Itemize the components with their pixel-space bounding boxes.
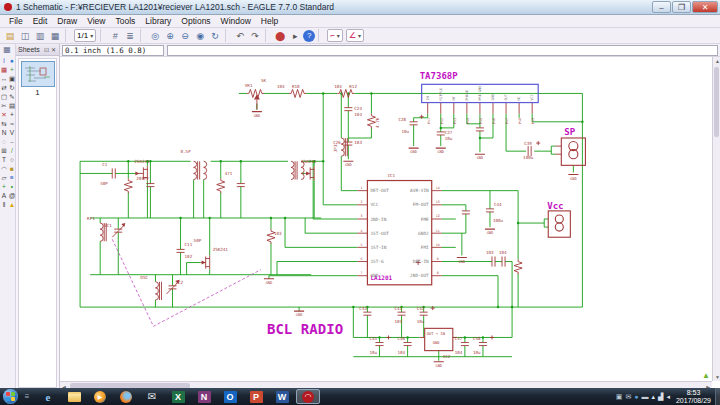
tray-app-icon-1[interactable]: ▣ <box>616 389 623 404</box>
sheet-selector[interactable]: 1/1▾ <box>74 29 96 42</box>
eagle-icon: ◠ <box>302 391 314 403</box>
vertical-scrollbar[interactable]: ▲ ▼ <box>712 57 720 381</box>
miter-combo[interactable]: ∠▾ <box>346 29 364 42</box>
connector-vcc[interactable] <box>548 211 570 237</box>
taskbar-firefox[interactable] <box>114 389 138 404</box>
menu-library[interactable]: Library <box>140 16 176 26</box>
grid-icon[interactable]: # <box>108 29 122 42</box>
tool-change-icon[interactable]: ✎ <box>8 92 16 101</box>
tool-add-icon[interactable]: + <box>8 110 16 119</box>
redo-icon[interactable]: ↷ <box>248 29 262 42</box>
minimize-button[interactable]: – <box>652 1 671 13</box>
tray-app-icon-3[interactable]: ● <box>634 389 638 404</box>
tool-replace-icon[interactable]: ≈ <box>8 119 16 128</box>
taskbar-eagle[interactable]: ◠ <box>296 389 320 404</box>
sheet-thumbnail[interactable] <box>21 61 55 87</box>
tool-copy-icon[interactable]: ▣ <box>8 74 16 83</box>
layer-icon[interactable]: ≣ <box>123 29 137 42</box>
zoom-out-icon[interactable]: ⊖ <box>178 29 192 42</box>
taskbar-clock[interactable]: 8:53 2017/08/29 <box>672 389 715 405</box>
menu-window[interactable]: Window <box>216 16 256 26</box>
tool-net-icon[interactable]: + <box>0 182 8 191</box>
tool-wire-icon[interactable]: / <box>8 146 16 155</box>
tool-group-icon[interactable]: ▢ <box>0 92 8 101</box>
taskbar-menu-icon[interactable]: ≡ <box>22 391 32 403</box>
menu-file[interactable]: File <box>4 16 28 26</box>
tool-move-icon[interactable]: ↔ <box>0 74 8 83</box>
volume-icon[interactable]: ◂ <box>666 389 670 404</box>
taskbar-internet-explorer[interactable]: e <box>36 389 60 404</box>
tool-rotate-icon[interactable]: ↻ <box>8 83 16 92</box>
open-icon[interactable]: ▤ <box>3 29 17 42</box>
taskbar-mail[interactable]: ✉ <box>140 389 164 404</box>
print-icon[interactable]: ▥ <box>33 29 47 42</box>
hidden-icons-arrow[interactable]: ▴ <box>652 389 656 404</box>
zoom-select-icon[interactable]: ◉ <box>193 29 207 42</box>
save-icon[interactable]: ◫ <box>18 29 32 42</box>
show-desktop-button[interactable] <box>715 388 720 405</box>
tool-attribute-icon[interactable]: @ <box>8 191 16 200</box>
tool-rect-icon[interactable]: ■ <box>8 164 16 173</box>
close-button[interactable]: ✕ <box>692 1 718 13</box>
tool-label-icon[interactable]: A <box>0 191 8 200</box>
schematic-canvas[interactable]: TA7368PSPVccBCL RADIOLA1201IC1VR15K104R1… <box>60 57 720 390</box>
taskbar-explorer[interactable] <box>62 389 86 404</box>
tool-mirror-icon[interactable]: ⇄ <box>0 83 8 92</box>
run-icon[interactable]: ▸ <box>288 29 302 42</box>
tool-invoke-icon[interactable]: ⊞ <box>0 146 8 155</box>
command-input[interactable] <box>167 45 718 56</box>
wire-bend-combo[interactable]: ⌐▾ <box>327 29 343 42</box>
zoom-fit-icon[interactable]: ◎ <box>148 29 162 42</box>
network-icon[interactable]: ▟ <box>658 389 663 404</box>
tool-paste-icon[interactable]: ▤ <box>8 101 16 110</box>
tool-value-icon[interactable]: V <box>8 128 16 137</box>
tool-delete-icon[interactable]: ✕ <box>0 110 8 119</box>
grid-toggle-icon[interactable]: ▦ <box>0 45 14 56</box>
tray-app-icon-2[interactable]: ✉ <box>625 389 631 404</box>
tool-smash-icon[interactable]: ◌ <box>0 137 8 146</box>
connector-sp[interactable] <box>561 138 585 165</box>
menu-help[interactable]: Help <box>256 16 283 26</box>
zoom-in-icon[interactable]: ⊕ <box>163 29 177 42</box>
tool-dimension-icon[interactable]: ‖ <box>0 200 8 209</box>
close-panel-icon[interactable]: ✕ <box>50 46 57 53</box>
tool-circle-icon[interactable]: ○ <box>8 155 16 164</box>
taskbar-media-player[interactable]: ▶ <box>88 389 112 404</box>
svg-text:GND: GND <box>477 156 484 160</box>
undo-icon[interactable]: ↶ <box>233 29 247 42</box>
menu-options[interactable]: Options <box>176 16 215 26</box>
taskbar-outlook[interactable]: O <box>218 389 242 404</box>
menu-edit[interactable]: Edit <box>28 16 53 26</box>
zoom-redraw-icon[interactable]: ↻ <box>208 29 222 42</box>
tool-arc-icon[interactable]: ◠ <box>0 164 8 173</box>
taskbar-onenote[interactable]: N <box>192 389 216 404</box>
tool-info-icon[interactable]: i <box>0 56 8 65</box>
taskbar-powerpoint[interactable]: P <box>244 389 268 404</box>
tool-erc-icon[interactable]: ▲ <box>8 200 16 209</box>
tool-pinswap-icon[interactable]: ⇆ <box>0 119 8 128</box>
menu-tools[interactable]: Tools <box>110 16 140 26</box>
tool-mark-icon[interactable]: + <box>8 65 16 74</box>
taskbar-excel[interactable]: X <box>166 389 190 404</box>
tool-show-icon[interactable]: ● <box>8 56 16 65</box>
tool-cut-icon[interactable]: ✂ <box>0 101 8 110</box>
tool-bus-icon[interactable]: ≡ <box>8 173 16 182</box>
export-image-icon[interactable]: ▦ <box>48 29 62 42</box>
tool-name-icon[interactable]: N <box>0 128 8 137</box>
tool-text-icon[interactable]: T <box>0 155 8 164</box>
tool-display-icon[interactable]: ▦ <box>0 65 8 74</box>
stop-icon[interactable]: ⬤ <box>273 29 287 42</box>
tool-split-icon[interactable]: ⌣ <box>8 137 16 146</box>
taskbar-word[interactable]: W <box>270 389 294 404</box>
menu-view[interactable]: View <box>82 16 110 26</box>
start-button[interactable] <box>3 389 18 404</box>
svg-text:GND: GND <box>345 163 352 167</box>
tool-polygon-icon[interactable]: ▱ <box>0 173 8 182</box>
menu-draw[interactable]: Draw <box>52 16 82 26</box>
tool-junction-icon[interactable]: • <box>8 182 16 191</box>
dock-icon[interactable]: ⊡ <box>43 46 50 53</box>
language-icon[interactable]: ▬ <box>642 389 649 404</box>
resistor <box>247 89 354 97</box>
help-icon[interactable]: ? <box>303 30 315 42</box>
maximize-button[interactable]: ❐ <box>672 1 691 13</box>
